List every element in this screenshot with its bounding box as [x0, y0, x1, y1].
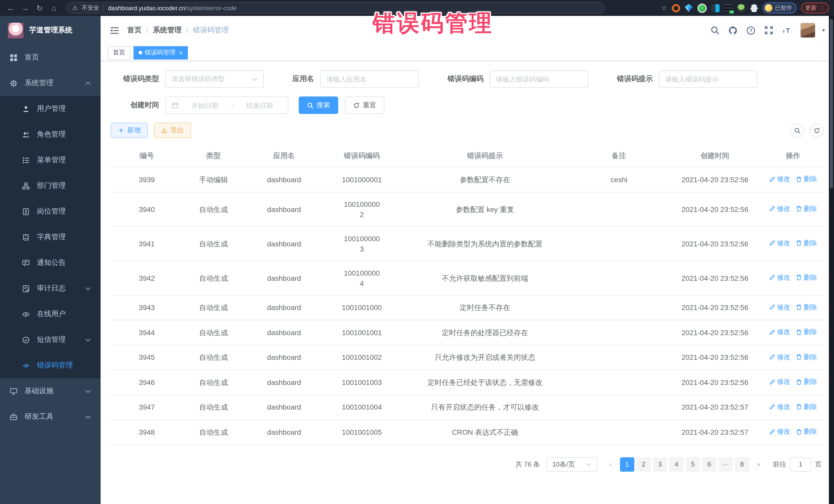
- sidebar-item-audit-log[interactable]: 审计日志: [0, 276, 101, 301]
- table-row: 3945自动生成dashboard1001001002只允许修改为开启或者关闭状…: [111, 345, 824, 370]
- address-bar[interactable]: ⚠ 不安全 dashboard.yudao.iocoder.cn/system/…: [66, 2, 605, 14]
- error-hint-input[interactable]: [665, 75, 751, 83]
- cell-actions: 修改删除: [762, 370, 824, 395]
- sidebar-item-system[interactable]: 系统管理: [0, 70, 101, 96]
- annotation-title: 错误码管理: [373, 8, 493, 39]
- extension-icon-5[interactable]: on: [724, 4, 732, 12]
- table-row: 3946自动生成dashboard1001001003定时任务已经处于该状态，无…: [111, 370, 824, 395]
- error-type-select[interactable]: 请选择错误码类型: [165, 70, 264, 88]
- delete-link[interactable]: 删除: [795, 238, 817, 248]
- browser-home-icon[interactable]: ⌂: [48, 2, 60, 14]
- sidebar-item-dev-tools[interactable]: 研发工具: [0, 404, 101, 430]
- bookmark-star-icon[interactable]: ☆: [661, 4, 667, 12]
- extension-icon-3[interactable]: [698, 3, 707, 13]
- sidebar-item-infrastructure[interactable]: 基础设施: [0, 378, 101, 404]
- sidebar-item-users[interactable]: 用户管理: [0, 96, 101, 122]
- page-button-8[interactable]: 8: [735, 457, 749, 472]
- delete-link[interactable]: 删除: [795, 272, 817, 283]
- edit-link[interactable]: 修改: [769, 174, 790, 184]
- cell-remark: [570, 295, 668, 320]
- create-time-range-picker[interactable]: -: [165, 96, 288, 114]
- delete-link[interactable]: 删除: [795, 302, 817, 312]
- add-button[interactable]: 新增: [111, 123, 148, 138]
- breadcrumb-home[interactable]: 首页: [127, 26, 142, 35]
- page-button-4[interactable]: 4: [669, 457, 684, 472]
- edit-link[interactable]: 修改: [769, 377, 790, 387]
- breadcrumb-system[interactable]: 系统管理: [153, 26, 182, 35]
- delete-link[interactable]: 删除: [795, 401, 817, 412]
- extension-icon-7[interactable]: [750, 4, 758, 12]
- delete-link[interactable]: 删除: [795, 204, 817, 214]
- delete-link[interactable]: 删除: [795, 174, 817, 184]
- browser-forward-icon[interactable]: →: [20, 2, 31, 14]
- scrollbar-thumb[interactable]: [830, 19, 833, 188]
- sidebar-item-posts[interactable]: 岗位管理: [0, 199, 101, 224]
- browser-menu-kebab-icon[interactable]: ⋮: [820, 6, 825, 10]
- app-logo-row[interactable]: 芋道管理系统: [0, 16, 101, 45]
- sidebar-item-notices[interactable]: 通知公告: [0, 250, 101, 276]
- reset-button[interactable]: 重置: [345, 96, 385, 114]
- search-icon[interactable]: [710, 26, 720, 35]
- goto-page-input[interactable]: [792, 460, 809, 468]
- window-scrollbar[interactable]: [829, 16, 834, 504]
- browser-back-icon[interactable]: ←: [5, 2, 17, 14]
- github-icon[interactable]: [728, 26, 738, 35]
- browser-update-button[interactable]: 更新 ⋮: [801, 3, 829, 13]
- cell-type: 自动生成: [183, 192, 244, 226]
- edit-link[interactable]: 修改: [769, 401, 790, 412]
- search-button[interactable]: 搜索: [299, 96, 338, 114]
- extension-icon-4[interactable]: [711, 4, 720, 12]
- error-code-input[interactable]: [496, 75, 582, 83]
- user-avatar[interactable]: [800, 23, 815, 38]
- font-size-icon[interactable]: тT: [782, 26, 791, 35]
- tag-error-codes[interactable]: 错误码管理 ×: [133, 46, 188, 59]
- sidebar-item-menus[interactable]: 菜单管理: [0, 147, 101, 173]
- delete-link[interactable]: 删除: [795, 426, 817, 437]
- sidebar-item-online-users[interactable]: 在线用户: [0, 301, 101, 327]
- page-button-5[interactable]: 5: [686, 457, 700, 472]
- delete-link[interactable]: 删除: [795, 327, 817, 337]
- edit-link[interactable]: 修改: [769, 327, 790, 337]
- extension-icon-6[interactable]: [737, 4, 745, 12]
- browser-reload-icon[interactable]: ↻: [34, 2, 45, 14]
- code-icon: </>: [22, 363, 30, 368]
- browser-profile-button[interactable]: 已暂停: [763, 3, 796, 13]
- page-more-button[interactable]: ···: [719, 457, 733, 472]
- start-date-input[interactable]: [182, 101, 227, 109]
- sidebar-item-roles[interactable]: 角色管理: [0, 122, 101, 147]
- toggle-search-button[interactable]: [790, 124, 804, 137]
- sidebar-item-home[interactable]: 首页: [0, 45, 101, 70]
- sidebar-item-dictionary[interactable]: 字典管理: [0, 224, 101, 250]
- extension-icon-2[interactable]: [685, 4, 693, 12]
- export-button[interactable]: 导出: [154, 123, 191, 138]
- sidebar-item-departments[interactable]: 部门管理: [0, 173, 101, 199]
- next-page-button[interactable]: ›: [751, 457, 766, 472]
- delete-link[interactable]: 删除: [795, 352, 817, 362]
- refresh-table-button[interactable]: [810, 124, 824, 137]
- edit-link[interactable]: 修改: [769, 352, 790, 362]
- fullscreen-icon[interactable]: [764, 26, 773, 35]
- sidebar-fold-icon[interactable]: [109, 26, 120, 35]
- page-size-select[interactable]: 10条/页: [546, 457, 597, 472]
- page-button-3[interactable]: 3: [653, 457, 667, 472]
- end-date-input[interactable]: [237, 101, 282, 109]
- tag-close-icon[interactable]: ×: [179, 49, 183, 56]
- edit-link[interactable]: 修改: [769, 302, 790, 312]
- app-name-input[interactable]: [326, 75, 413, 83]
- sidebar-item-sms[interactable]: 短信管理: [0, 327, 101, 353]
- page-button-6[interactable]: 6: [702, 457, 717, 472]
- delete-link[interactable]: 删除: [795, 377, 817, 387]
- edit-link[interactable]: 修改: [769, 204, 790, 214]
- edit-link[interactable]: 修改: [769, 272, 790, 283]
- avatar-caret-icon[interactable]: ▼: [821, 28, 826, 33]
- page-button-1[interactable]: 1: [620, 457, 634, 472]
- help-icon[interactable]: ?: [746, 26, 755, 35]
- prev-page-button[interactable]: ‹: [603, 457, 618, 472]
- search-icon: [307, 102, 313, 109]
- extension-icon-1[interactable]: [672, 4, 680, 12]
- sidebar-item-error-codes[interactable]: </> 错误码管理: [0, 353, 101, 378]
- edit-link[interactable]: 修改: [769, 426, 790, 437]
- tag-home[interactable]: 首页: [108, 46, 130, 59]
- page-button-2[interactable]: 2: [636, 457, 651, 472]
- edit-link[interactable]: 修改: [769, 238, 790, 248]
